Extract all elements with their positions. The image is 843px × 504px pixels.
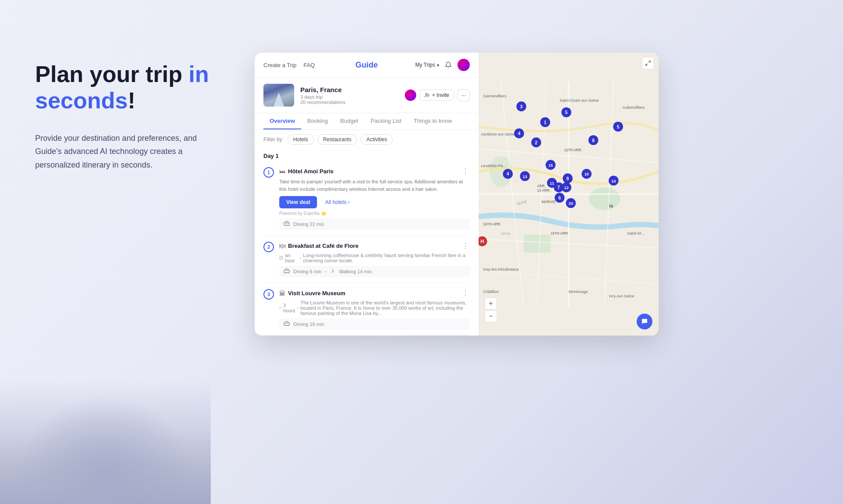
activity-more-1[interactable]: ⋮ (461, 166, 470, 176)
collaborator-avatar (405, 89, 416, 101)
app-logo: Guide (355, 61, 378, 69)
svg-text:8: 8 (592, 138, 595, 143)
svg-rect-3 (284, 223, 290, 225)
svg-text:10TH ARR.: 10TH ARR. (564, 148, 582, 152)
notification-icon[interactable] (443, 60, 453, 70)
map-pin-4-left: 4 (514, 129, 524, 139)
map-chat-button[interactable] (637, 314, 652, 329)
nav-create-trip[interactable]: Create a Trip (263, 62, 296, 68)
walk-info-2: Walking 14 min (339, 269, 372, 274)
tab-overview[interactable]: Overview (263, 113, 301, 129)
transport-row-2: Driving 6 min • Walking 14 min (279, 266, 470, 277)
svg-text:SEINE: SEINE (501, 232, 511, 236)
tab-things-to-know[interactable]: Things to know (407, 113, 458, 129)
powered-by: Powered by Expedia 🌟 (279, 211, 470, 216)
activity-title-row-2: 🍽 Breakfast at Café de Flore (279, 243, 358, 250)
map-zoom-in-button[interactable]: + (485, 297, 497, 310)
activity-more-3[interactable]: ⋮ (461, 288, 470, 298)
my-trips-button[interactable]: My Trips ▾ (415, 62, 439, 68)
map-background: Gennevilliers Saint-Ouen-sur-Seine Auber… (479, 53, 659, 336)
activity-header-1: 🛏 Hôtel Amoi Paris ⋮ (279, 166, 470, 176)
transport-row-1: Driving 22 min (279, 218, 470, 230)
map-pin-12: 12 (562, 182, 572, 193)
map-pin-4-lower: 4 (503, 169, 513, 179)
more-options-button[interactable]: ··· (458, 89, 470, 101)
svg-point-5 (288, 225, 288, 225)
activity-more-2[interactable]: ⋮ (461, 241, 470, 251)
filter-hotels[interactable]: Hotels (288, 134, 314, 145)
svg-text:Gennevilliers: Gennevilliers (483, 94, 507, 98)
trip-actions: + Invite ··· (405, 89, 470, 101)
svg-text:15: 15 (548, 163, 553, 168)
tab-booking[interactable]: Booking (301, 113, 334, 129)
svg-text:20: 20 (569, 201, 573, 206)
headline: Plan your trip in seconds! (35, 61, 220, 114)
user-avatar[interactable] (458, 59, 470, 71)
svg-text:Montrouge: Montrouge (569, 290, 588, 294)
svg-point-14 (288, 325, 288, 325)
trip-info: Paris, France 3 days trip 20 recommendat… (300, 86, 399, 105)
map-expand-button[interactable] (642, 57, 654, 69)
app-left-panel: Create a Trip FAQ Guide My Trips ▾ (255, 53, 479, 336)
left-content: Plan your trip in seconds! Provide your … (35, 53, 220, 172)
map-pin-5-right: 5 (613, 122, 623, 132)
svg-text:13 ARR.: 13 ARR. (537, 189, 551, 193)
activity-item-1: 1 🛏 Hôtel Amoi Paris ⋮ Take time to pamp… (263, 161, 470, 236)
svg-text:12: 12 (564, 186, 569, 190)
transport-info-1: Driving 22 min (293, 222, 324, 227)
map-zoom-out-button[interactable]: − (485, 310, 497, 322)
svg-text:15TH ARR.: 15TH ARR. (551, 232, 569, 236)
trip-duration: 3 days trip (300, 94, 399, 100)
activity-time-3: 3 hours • The Louvre Museum is one of th… (279, 300, 470, 316)
view-deal-button[interactable]: View deal (279, 196, 317, 208)
step-col-3: 3 (263, 288, 274, 330)
nav-left: Create a Trip FAQ (263, 62, 315, 68)
svg-text:Saint-Ouen-sur-Seine: Saint-Ouen-sur-Seine (560, 98, 599, 103)
activity-time-2: an hour • Long-running coffeehouse & cel… (279, 253, 470, 263)
hotel-icon: 🛏 (279, 168, 285, 175)
transport-info-3: Driving 16 min (293, 322, 324, 327)
step-number-1: 1 (263, 167, 274, 178)
description-text: Provide your destination and preferences… (35, 132, 202, 172)
map-controls: + − (485, 297, 497, 322)
filter-restaurants[interactable]: Restaurants (317, 134, 357, 145)
svg-text:5: 5 (617, 125, 620, 129)
svg-text:1: 1 (544, 120, 547, 125)
map-pin-9: 9 (563, 173, 573, 183)
map-pin-20: 20 (566, 198, 576, 208)
map-pin-2: 2 (531, 137, 541, 147)
tab-packing-list[interactable]: Packing List (364, 113, 407, 129)
svg-rect-17 (524, 235, 551, 253)
svg-point-8 (285, 272, 286, 273)
svg-text:2: 2 (535, 140, 537, 145)
svg-point-13 (285, 325, 286, 325)
invite-button[interactable]: + Invite (420, 89, 454, 101)
svg-point-16 (589, 187, 620, 210)
transport-row-3: Driving 16 min (279, 318, 470, 330)
activity-content-3: 🏛 Visit Louvre Museum ⋮ 3 hours • The Lo… (279, 288, 470, 330)
all-hotels-link[interactable]: All hotels › (325, 199, 349, 205)
svg-text:7: 7 (558, 185, 560, 190)
trip-header: Paris, France 3 days trip 20 recommendat… (255, 78, 479, 113)
activity-item-2: 2 🍽 Breakfast at Café de Flore ⋮ (263, 236, 470, 283)
activity-title-1: Hôtel Amoi Paris (288, 168, 334, 175)
tab-budget[interactable]: Budget (334, 113, 364, 129)
map-pin-3: 3 (516, 101, 526, 111)
day-label: Day 1 (255, 149, 479, 161)
nav-faq[interactable]: FAQ (303, 62, 315, 68)
svg-text:Châtillon: Châtillon (483, 290, 499, 294)
svg-point-0 (425, 93, 427, 95)
svg-rect-12 (284, 323, 290, 325)
svg-rect-7 (284, 270, 290, 272)
svg-text:Levallois-Pe...: Levallois-Pe... (481, 164, 506, 168)
activity-title-row-1: 🛏 Hôtel Amoi Paris (279, 168, 334, 175)
filter-activities[interactable]: Activities (360, 134, 393, 145)
map-pin-6: 6 (555, 193, 565, 203)
svg-point-10 (333, 269, 333, 270)
nav-right: My Trips ▾ (415, 59, 470, 71)
svg-point-4 (285, 225, 286, 225)
svg-text:Asnières-sur-Seine: Asnières-sur-Seine (481, 132, 515, 136)
map-pin-14: 14 (609, 175, 619, 186)
activity-content-1: 🛏 Hôtel Amoi Paris ⋮ Take time to pamper… (279, 166, 470, 230)
svg-text:MARAIS: MARAIS (542, 200, 556, 204)
